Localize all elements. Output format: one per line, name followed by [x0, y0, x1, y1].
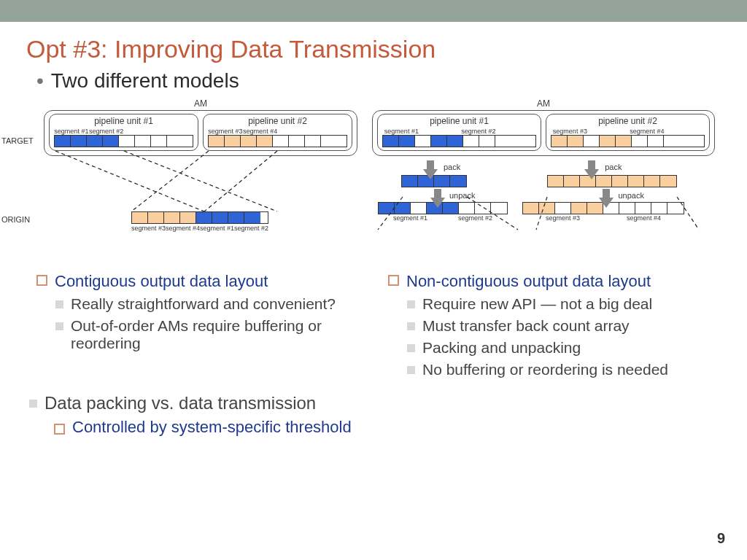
square-bullet-icon [407, 366, 415, 374]
footer-block: Data packing vs. data transmission Contr… [29, 393, 747, 437]
svg-line-2 [131, 151, 209, 211]
origin-bar: segment #3segment #4segment #1segment #2 [131, 211, 268, 232]
square-bullet-icon [407, 344, 415, 352]
unpack-label-1: unpack [449, 191, 475, 200]
diagram-area: TARGET ORIGIN AM pipeline unit #1 segmen… [44, 98, 721, 259]
label-am: AM [44, 98, 357, 109]
pipeline-unit-2: pipeline unit #2 segment #3segment #4 [203, 114, 352, 151]
seg-labels-top2: segment #3segment #4 [208, 128, 347, 135]
page-number: 9 [717, 530, 725, 547]
segrow-top1 [54, 135, 193, 147]
square-bullet-icon [407, 300, 415, 308]
right-b2: Must transfer back count array [407, 317, 725, 335]
pipe1-title-r: pipeline unit #1 [382, 116, 536, 126]
right-b3: Packing and unpacking [407, 339, 725, 357]
origin-labels: segment #3segment #4segment #1segment #2 [131, 225, 268, 232]
arrow-down-icon [599, 198, 614, 208]
pack-label-1: pack [444, 163, 460, 171]
segrow-top2 [208, 135, 347, 147]
text-columns: Contiguous output data layout Really str… [29, 265, 725, 383]
left-b2: Out-of-order AMs require buffering or re… [55, 317, 374, 352]
seg-labels-r1: segment #1segment #2 [382, 128, 536, 135]
footer-l2: Controlled by system-specific threshold [54, 418, 747, 437]
arrow-down-icon [430, 198, 445, 208]
right-b4: No buffering or reordering is needed [407, 361, 725, 378]
am-box-r: pipeline unit #1 segment #1segment #2 pi… [372, 110, 715, 156]
label-target: TARGET [1, 136, 34, 145]
left-diagram: TARGET ORIGIN AM pipeline unit #1 segmen… [44, 98, 357, 259]
subtitle: Two different models [51, 69, 239, 93]
pipeline-unit-2-r: pipeline unit #2 segment #3segment #4 [546, 114, 710, 151]
right-column: Non-contiguous output data layout Requir… [381, 265, 725, 383]
top-bar [0, 0, 747, 22]
left-heading: Contiguous output data layout [36, 272, 374, 291]
slide-title: Opt #3: Improving Data Transmission [26, 35, 747, 63]
square-bullet-icon [388, 275, 399, 286]
segrow-r2 [551, 135, 705, 147]
segrow-r1 [382, 135, 536, 147]
square-bullet-icon [55, 322, 63, 330]
footer-l1: Data packing vs. data transmission [29, 393, 747, 413]
square-bullet-icon [407, 322, 415, 330]
arrow-down-icon [423, 169, 438, 179]
bottom-labels: segment #1segment #2 segment #3segment #… [378, 214, 715, 222]
svg-line-0 [55, 151, 204, 211]
square-bullet-icon [29, 400, 37, 408]
seg-labels-top1: segment #1segment #2 [54, 128, 193, 135]
left-b1: Really straightforward and convenient? [55, 295, 374, 313]
unpack-row: unpack unpack [430, 190, 715, 201]
svg-line-1 [124, 151, 277, 211]
label-origin: ORIGIN [1, 215, 30, 224]
svg-line-3 [204, 151, 277, 211]
square-bullet-icon [36, 275, 47, 286]
square-bullet-icon [54, 424, 65, 435]
pipe2-title: pipeline unit #2 [208, 116, 347, 126]
am-box: pipeline unit #1 segment #1segment #2 pi… [44, 110, 357, 156]
unpack-label-2: unpack [618, 191, 643, 200]
pipeline-unit-1-r: pipeline unit #1 segment #1segment #2 [377, 114, 541, 151]
pack-row: pack pack [423, 162, 715, 172]
pipe2-title-r: pipeline unit #2 [551, 116, 705, 126]
square-bullet-icon [55, 300, 63, 308]
pipe1-title: pipeline unit #1 [54, 116, 193, 126]
subtitle-row: • Two different models [36, 69, 747, 93]
left-column: Contiguous output data layout Really str… [29, 265, 374, 383]
label-am-r: AM [372, 98, 715, 109]
pack-label-2: pack [605, 163, 622, 171]
right-b1: Require new API — not a big deal [407, 295, 725, 313]
bullet-icon: • [36, 71, 44, 91]
packed-bars [401, 175, 715, 187]
seg-labels-r2: segment #3segment #4 [551, 128, 705, 135]
arrow-down-icon [584, 169, 599, 179]
right-heading: Non-contiguous output data layout [388, 272, 725, 291]
pipeline-unit-1: pipeline unit #1 segment #1segment #2 [49, 114, 198, 151]
bottom-bars [378, 202, 715, 214]
right-diagram: AM pipeline unit #1 segment #1segment #2… [372, 98, 715, 259]
